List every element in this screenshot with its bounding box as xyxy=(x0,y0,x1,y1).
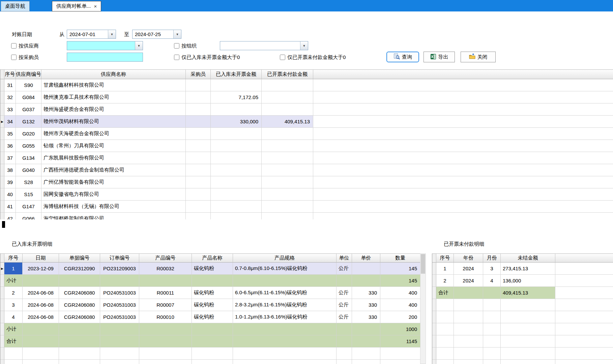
cell[interactable]: CGR2406080 xyxy=(59,311,100,323)
export-button[interactable]: 导出 xyxy=(424,52,455,62)
by-supplier-checkbox[interactable] xyxy=(11,43,17,49)
cell[interactable]: 330 xyxy=(352,311,380,323)
cell[interactable]: 碳化钨粉 xyxy=(192,287,233,299)
chevron-down-icon[interactable]: ▼ xyxy=(135,41,143,50)
cell[interactable]: 330 xyxy=(352,299,380,311)
cell[interactable]: 400 xyxy=(380,299,420,311)
cell[interactable] xyxy=(186,188,211,201)
org-select-input[interactable] xyxy=(220,41,300,50)
cell[interactable]: S28 xyxy=(16,176,41,188)
cell[interactable]: 7,172.05 xyxy=(211,91,262,103)
supplier-row[interactable]: ▶34G132赣州华茂钨材料有限公司330,000409,415.13 xyxy=(0,116,613,128)
inbound-row[interactable]: ▶12023-12-09CGR2312090PO231209003R00032碳… xyxy=(0,263,420,275)
cell[interactable]: 赣州市天海硬质合金有限公司 xyxy=(41,128,186,140)
cell[interactable]: 273,415.13 xyxy=(501,263,555,275)
cell[interactable]: PO240531003 xyxy=(100,287,139,299)
invoiced-row[interactable]: 120243273,415.13 xyxy=(432,263,613,275)
cell[interactable] xyxy=(186,91,211,103)
cell[interactable]: PO240531003 xyxy=(100,311,139,323)
cell[interactable] xyxy=(186,140,211,152)
cell[interactable] xyxy=(211,213,262,219)
cell[interactable]: 赣州澳克泰工具技术有限公司 xyxy=(41,91,186,103)
date-from-input[interactable] xyxy=(67,30,108,38)
only-invoiced-checkbox[interactable] xyxy=(280,55,285,60)
close-button[interactable]: 关闭 xyxy=(461,52,496,62)
cell[interactable]: 42 xyxy=(4,213,16,219)
cell[interactable]: 32 xyxy=(4,91,16,103)
column-header[interactable]: 产品规格 xyxy=(233,254,337,263)
column-header[interactable]: 序号 xyxy=(4,70,16,79)
cell[interactable] xyxy=(186,79,211,91)
cell[interactable]: 40 xyxy=(4,188,16,201)
cell[interactable]: 公斤 xyxy=(337,263,352,275)
cell[interactable] xyxy=(211,128,262,140)
cell[interactable] xyxy=(262,213,313,219)
column-header[interactable]: 单价 xyxy=(352,254,380,263)
cell[interactable]: 2024-06-08 xyxy=(23,299,59,311)
chevron-down-icon[interactable]: ▼ xyxy=(108,30,116,38)
column-header[interactable]: 订单编号 xyxy=(100,254,139,263)
supplier-row[interactable]: 40S15国网安徽省电力有限公司 xyxy=(0,188,613,201)
column-header[interactable]: 未结金额 xyxy=(501,254,555,263)
cell[interactable] xyxy=(262,152,313,164)
cell[interactable] xyxy=(262,176,313,188)
cell[interactable]: G134 xyxy=(16,152,41,164)
cell[interactable]: 34 xyxy=(4,116,16,128)
cell[interactable]: R00032 xyxy=(139,263,192,275)
supplier-select[interactable]: ▼ xyxy=(67,41,143,50)
column-header[interactable]: 产品名称 xyxy=(192,254,233,263)
inbound-row[interactable]: 22024-06-08CGR2406080PO240531003R00011碳化… xyxy=(0,287,420,299)
cell[interactable] xyxy=(186,128,211,140)
cell[interactable]: 3 xyxy=(4,299,23,311)
cell[interactable]: 碳化钨粉 xyxy=(192,263,233,275)
cell[interactable]: G147 xyxy=(16,201,41,213)
cell[interactable] xyxy=(352,263,380,275)
column-header[interactable]: 供应商名称 xyxy=(41,70,186,79)
cell[interactable]: 2.8-3.2μm(6.11-6.15%)碳化钨粉 xyxy=(233,299,337,311)
cell[interactable] xyxy=(186,152,211,164)
supplier-row[interactable]: 37G134广东凯晨科技股份有限公司 xyxy=(0,152,613,164)
filter-only-invoiced[interactable]: 仅已开票未付款金额大于0 xyxy=(280,54,346,61)
cell[interactable]: 2 xyxy=(4,287,23,299)
cell[interactable] xyxy=(211,164,262,176)
cell[interactable] xyxy=(211,103,262,116)
column-header[interactable]: 序号 xyxy=(436,254,454,263)
column-header[interactable]: 单位 xyxy=(337,254,352,263)
tab-desktop-nav[interactable]: 桌面导航 xyxy=(1,1,30,11)
cell[interactable]: S15 xyxy=(16,188,41,201)
close-icon[interactable]: × xyxy=(94,4,97,9)
column-header[interactable]: 供应商编号 xyxy=(16,70,41,79)
cell[interactable]: 钻领（常州）刀具有限公司 xyxy=(41,140,186,152)
cell[interactable]: 330,000 xyxy=(211,116,262,128)
cell[interactable]: 136,000 xyxy=(501,275,555,287)
supplier-row[interactable]: 39S28广州亿博智能装备有限公司 xyxy=(0,176,613,188)
cell[interactable]: 碳化钨粉 xyxy=(192,311,233,323)
cell[interactable] xyxy=(211,140,262,152)
cell[interactable]: CGR2406080 xyxy=(59,287,100,299)
cell[interactable]: 2024 xyxy=(454,275,483,287)
cell[interactable]: 甘肃锐鑫材料科技有限公司 xyxy=(41,79,186,91)
cell[interactable]: 37 xyxy=(4,152,16,164)
cell[interactable]: G040 xyxy=(16,164,41,176)
cell[interactable]: G132 xyxy=(16,116,41,128)
column-header[interactable]: 日期 xyxy=(23,254,59,263)
cell[interactable]: 国网安徽省电力有限公司 xyxy=(41,188,186,201)
column-header[interactable]: 产品编号 xyxy=(139,254,192,263)
cell[interactable]: 海博锐材料科技（无锡）有限公司 xyxy=(41,201,186,213)
cell[interactable]: R00011 xyxy=(139,287,192,299)
cell[interactable]: 4 xyxy=(4,311,23,323)
cell[interactable]: 0.7-0.8μm(6.10-6.15%)碳化钨粉 xyxy=(233,263,337,275)
filter-only-inbound[interactable]: 仅已入库未开票金额大于0 xyxy=(174,54,240,61)
supplier-row[interactable]: 42G066海宁恒都桥架制造有限公司 xyxy=(0,213,613,219)
column-header[interactable]: 单据编号 xyxy=(59,254,100,263)
cell[interactable] xyxy=(186,201,211,213)
cell[interactable] xyxy=(186,116,211,128)
cell[interactable]: 400 xyxy=(380,287,420,299)
chevron-down-icon[interactable]: ▼ xyxy=(300,41,308,50)
inbound-row[interactable]: 32024-06-08CGR2406080PO240531003R00007碳化… xyxy=(0,299,420,311)
cell[interactable]: 6.0-6.5μm(6.11-6.15%)碳化钨粉 xyxy=(233,287,337,299)
cell[interactable]: 4 xyxy=(483,275,501,287)
cell[interactable] xyxy=(211,201,262,213)
cell[interactable]: PO231209003 xyxy=(100,263,139,275)
column-header[interactable]: 年份 xyxy=(454,254,483,263)
